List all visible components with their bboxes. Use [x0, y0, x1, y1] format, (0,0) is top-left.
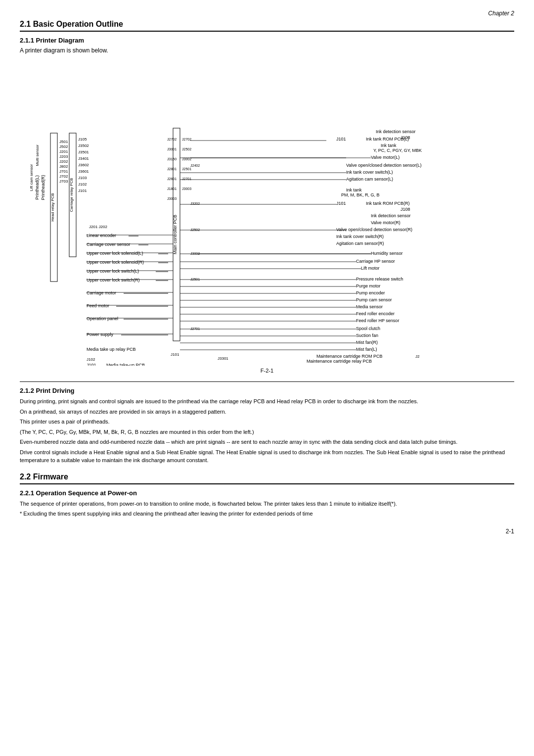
svg-text:J101: J101 — [336, 137, 346, 142]
svg-text:Head relay PCB: Head relay PCB — [50, 193, 55, 221]
svg-text:J703: J703 — [59, 179, 68, 184]
svg-text:Ink tank cover switch(R): Ink tank cover switch(R) — [336, 234, 384, 239]
svg-text:Feed roller encoder: Feed roller encoder — [356, 311, 395, 316]
svg-text:Carriage motor: Carriage motor — [87, 290, 116, 295]
svg-text:J3202: J3202 — [190, 202, 200, 205]
figure-label: F-2-1 — [20, 368, 514, 374]
intro-text: A printer diagram is shown below. — [20, 47, 514, 54]
svg-text:J102: J102 — [78, 182, 87, 187]
page-number: 2-1 — [20, 528, 514, 535]
svg-text:J3501: J3501 — [78, 150, 89, 154]
firmware-text-1: The sequence of printer operations, from… — [20, 500, 514, 508]
svg-text:Carriage cover sensor: Carriage cover sensor — [87, 242, 131, 247]
svg-text:J2601: J2601 — [167, 177, 177, 181]
svg-text:J108: J108 — [400, 207, 410, 212]
svg-text:Media sensor: Media sensor — [356, 304, 383, 309]
svg-text:J101: J101 — [171, 352, 179, 357]
svg-text:J2702: J2702 — [182, 138, 191, 141]
svg-text:J3150: J3150 — [167, 157, 177, 161]
svg-text:Humidity sensor: Humidity sensor — [371, 251, 403, 256]
svg-text:J103: J103 — [78, 176, 87, 180]
svg-text:Mist fan(L): Mist fan(L) — [356, 347, 377, 352]
svg-text:J201  J202: J201 J202 — [89, 225, 107, 229]
svg-text:Agitation cam sensor(L): Agitation cam sensor(L) — [346, 177, 393, 182]
svg-text:Spool clutch: Spool clutch — [356, 326, 380, 331]
svg-text:Valve open/closed detection se: Valve open/closed detection sensor(R) — [336, 227, 412, 232]
svg-text:Ink tank cover switch(L): Ink tank cover switch(L) — [346, 170, 393, 175]
svg-text:J2402: J2402 — [190, 164, 200, 167]
print-driving-text-6: Drive control signals include a Heat Ena… — [20, 448, 514, 465]
svg-text:J2501: J2501 — [182, 167, 191, 171]
svg-text:Printhead(R): Printhead(R) — [41, 175, 45, 200]
svg-text:J2701: J2701 — [182, 177, 191, 181]
svg-text:J2701: J2701 — [190, 327, 200, 331]
svg-text:J3002: J3002 — [190, 252, 200, 255]
svg-text:J3502: J3502 — [78, 143, 89, 148]
subsection-2-1-2-title: 2.1.2 Print Driving — [20, 387, 514, 394]
svg-text:J101: J101 — [336, 201, 346, 206]
svg-text:J201: J201 — [59, 149, 68, 154]
svg-text:Agitation cam sensor(R): Agitation cam sensor(R) — [336, 241, 384, 246]
svg-text:Ink detection sensor: Ink detection sensor — [376, 129, 416, 134]
svg-text:Upper cover lock solenoid(L): Upper cover lock solenoid(L) — [87, 251, 143, 256]
svg-text:Valve motor(R): Valve motor(R) — [371, 220, 400, 225]
svg-text:J202: J202 — [59, 159, 68, 164]
svg-text:Multi sensor: Multi sensor — [35, 144, 40, 166]
svg-text:Suction fan: Suction fan — [356, 333, 378, 338]
svg-text:Valve open/closed detection se: Valve open/closed detection sensor(L) — [346, 163, 421, 168]
svg-text:Maintenance cartridge relay PC: Maintenance cartridge relay PCB — [307, 359, 372, 364]
svg-text:Media take-up PCB: Media take-up PCB — [106, 363, 145, 366]
svg-text:Lift cam sensor: Lift cam sensor — [30, 164, 34, 191]
svg-text:Ink detection sensor: Ink detection sensor — [371, 213, 411, 218]
svg-text:J102: J102 — [87, 357, 95, 362]
print-driving-text-5: Even-numbered nozzle data and odd-number… — [20, 438, 514, 446]
svg-text:Upper cover lock switch(L): Upper cover lock switch(L) — [87, 269, 139, 274]
svg-text:J105: J105 — [78, 137, 87, 142]
svg-text:Carriage HP sensor: Carriage HP sensor — [356, 259, 395, 264]
svg-text:J802: J802 — [59, 164, 68, 169]
svg-text:Purge motor: Purge motor — [356, 284, 381, 288]
svg-text:J101: J101 — [78, 189, 87, 193]
svg-text:Pump encoder: Pump encoder — [356, 290, 385, 295]
diagram-container: Printhead(L) Printhead(R) Head relay PCB… — [20, 59, 514, 374]
svg-text:Upper cover lock solenoid(R): Upper cover lock solenoid(R) — [87, 260, 144, 265]
svg-text:J2801: J2801 — [167, 167, 177, 171]
svg-text:J3601: J3601 — [78, 169, 89, 174]
svg-text:J101: J101 — [87, 363, 96, 366]
subsection-2-1-1-title: 2.1.1 Printer Diagram — [20, 37, 514, 44]
svg-text:J2502: J2502 — [182, 147, 191, 151]
svg-text:J3301: J3301 — [218, 356, 228, 361]
svg-text:Printhead(L): Printhead(L) — [35, 175, 40, 200]
svg-text:Upper cover lock switch(R): Upper cover lock switch(R) — [87, 278, 140, 283]
svg-text:Linear encoder: Linear encoder — [87, 233, 116, 238]
svg-text:J3003: J3003 — [167, 197, 177, 200]
svg-text:Ink tank ROM PCB(L): Ink tank ROM PCB(L) — [366, 137, 409, 142]
svg-text:J502: J502 — [59, 144, 68, 149]
svg-text:PM, M, BK, R, G, B: PM, M, BK, R, G, B — [341, 192, 380, 197]
svg-text:J501: J501 — [59, 140, 68, 144]
svg-text:Operation panel: Operation panel — [87, 316, 118, 321]
svg-text:Maintenance cartridge ROM PCB: Maintenance cartridge ROM PCB — [316, 354, 383, 359]
svg-text:J203: J203 — [59, 154, 68, 159]
chapter-label: Chapter 2 — [20, 10, 514, 17]
print-driving-text-1: During printing, print signals and contr… — [20, 397, 514, 406]
svg-text:J702: J702 — [59, 174, 68, 179]
svg-text:J3401: J3401 — [78, 156, 89, 161]
svg-text:Main controller PCB: Main controller PCB — [173, 215, 178, 254]
svg-text:Media take up relay PCB: Media take up relay PCB — [87, 347, 136, 352]
svg-text:J3001: J3001 — [167, 147, 177, 151]
print-driving-text-3: This printer uses a pair of printheads. — [20, 418, 514, 426]
svg-text:Carriage relay PCB: Carriage relay PCB — [69, 178, 74, 212]
svg-text:J701: J701 — [59, 169, 68, 174]
svg-text:Y, PC, C, PGY, GY, MBK: Y, PC, C, PGY, GY, MBK — [373, 148, 422, 153]
subsection-2-2-1-title: 2.2.1 Operation Sequence at Power-on — [20, 489, 514, 497]
svg-text:Mist fan(R): Mist fan(R) — [356, 340, 378, 345]
svg-text:J3602: J3602 — [78, 163, 89, 167]
svg-text:J2501: J2501 — [190, 278, 200, 281]
svg-text:Ink tank: Ink tank — [381, 143, 397, 148]
svg-text:Feed motor: Feed motor — [87, 303, 109, 308]
svg-text:J1801: J1801 — [167, 187, 177, 190]
section-2-1-title: 2.1 Basic Operation Outline — [20, 20, 514, 32]
svg-text:Lift motor: Lift motor — [361, 266, 380, 271]
section-2-2-title: 2.2 Firmware — [20, 472, 514, 484]
